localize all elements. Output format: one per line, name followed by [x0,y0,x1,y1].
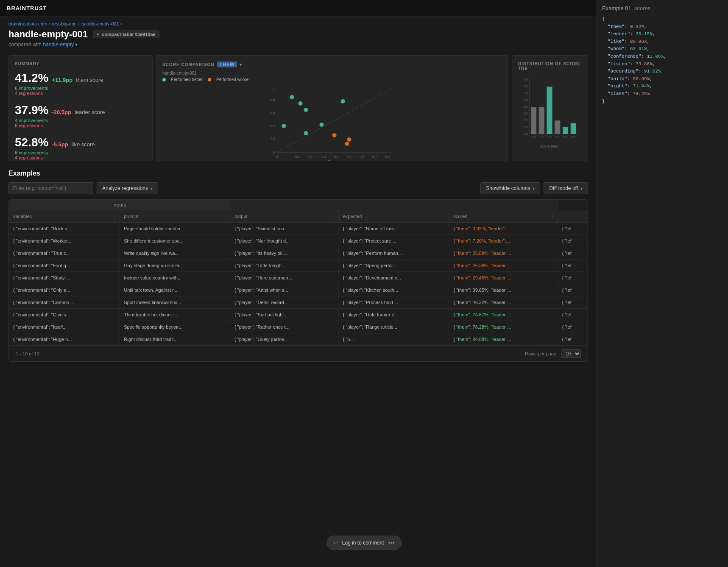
legend-dot-better [162,78,166,81]
svg-point-20 [304,108,308,112]
cell-output: { "player": "Artist when s... [230,284,339,296]
cell-expected: { "player": "Spring perfor... [338,260,449,272]
cell-extra: { "lef [558,272,588,284]
svg-text:0.5: 0.5 [572,136,575,139]
analyze-regressions-button[interactable]: Analyze regressions ▾ [97,182,158,194]
cell-output: { "player": "Here statemen... [230,272,339,284]
metric-like: 52.8% -5.5pp like score 6 improvements 4… [15,136,146,160]
metric-them-value: 41.2% [15,71,48,85]
table-row[interactable]: { "environmental": "Foot q... Guy stage … [9,260,588,272]
score-name-badge[interactable]: them [217,61,237,67]
svg-rect-43 [563,127,568,134]
metric-leader-delta: -20.5pp [52,109,71,115]
svg-point-24 [282,124,286,128]
svg-text:1: 1 [273,87,275,91]
toast-dots[interactable]: ••• [388,539,395,546]
distribution-panel: DISTRIBUTION OF SCORE the 0.0 0.5 1.0 1.… [512,55,588,161]
table-row[interactable]: { "environmental": "Only e... Until talk… [9,284,588,296]
cell-output: { "player": "Rather once t... [230,321,339,333]
svg-text:1.0: 1.0 [524,119,527,122]
table-row[interactable]: { "environmental": "Give s... Third trou… [9,309,588,321]
breadcrumb-site[interactable]: braintrustdata.com [8,21,47,26]
breadcrumb-project[interactable]: test-big-doc [52,21,76,26]
svg-text:3.5: 3.5 [524,85,527,88]
cell-variables: { "environmental": "Give s... [9,309,120,321]
svg-text:0.1: 0.1 [295,155,300,159]
legend-label-worse: Performed worse [216,77,248,82]
show-hide-dropdown-arrow: ▾ [533,186,535,191]
cell-extra: { "lef [558,284,588,296]
score-comparison-panel: SCORE COMPARISON them ▾ handle-empty-001… [156,55,508,161]
scatter-chart: 0 0.2 0.4 0.6 0.8 1 0 0.1 0.2 0.3 0.4 0.… [162,84,502,159]
main-content: braintrustdata.com › test-big-doc › hand… [0,17,597,567]
cell-expected: { "player": "Process hold ... [338,296,449,309]
legend-dot-worse [208,78,211,81]
legend-label-better: Performed better [171,77,203,82]
cell-expected: { "player": "Kitchen south... [338,284,449,296]
svg-point-27 [345,142,349,146]
toast-label[interactable]: Log in to comment [342,540,384,546]
table-row[interactable]: { "environmental": "Commo... Sport indee… [9,296,588,309]
dist-x-label: score them [518,144,582,148]
footer-right: Rows per page: 10 25 50 [525,349,581,358]
examples-section: Examples Analyze regressions ▾ Show/hide… [0,165,597,366]
metric-them: 41.2% +11.9pp them score 6 improvements … [15,71,146,96]
table-row[interactable]: { "environmental": "Worker... She differ… [9,235,588,247]
col-header-prompt: prompt ⋮ [120,210,230,223]
svg-text:0.4: 0.4 [563,136,567,139]
table-row[interactable]: { "environmental": "True c... Write qual… [9,247,588,260]
table-row[interactable]: { "environmental": "Huge n... Right disc… [9,333,588,346]
branch-label: compact-table #3e910ae [102,32,156,37]
cell-expected: { "player": "Name off task... [338,223,449,235]
summary-heading: SUMMARY [15,61,146,66]
branch-icon: ⑂ [97,32,99,37]
breadcrumb-experiment[interactable]: handle-empty-001 [81,21,119,26]
svg-text:0.5: 0.5 [347,155,352,159]
svg-point-25 [332,133,337,137]
cell-output: { "player": "Detail record... [230,296,339,309]
svg-text:0.2: 0.2 [308,155,313,159]
cell-variables: { "environmental": "True c... [9,247,120,260]
metric-like-improvements: 6 improvements [15,150,48,155]
col-header-scores: scores ⋮ [449,210,558,223]
svg-rect-39 [531,107,536,134]
diff-mode-button[interactable]: Diff mode off ▾ [544,182,588,194]
compared-with: compared with handle-empty ▾ [8,42,588,47]
cell-scores: { "them": 29.45%, "leader"... [449,272,558,284]
cell-expected: { "p... [338,333,449,346]
filter-input[interactable] [8,182,93,194]
col-menu-scores[interactable]: ⋮ [550,214,555,219]
cell-variables: { "environmental": "Worker... [9,235,120,247]
cell-extra: { "lef [558,333,588,346]
metric-like-regressions: 4 regressions [15,155,43,160]
app-logo: BRAINTRUST [7,5,47,11]
score-comparison-heading: SCORE COMPARISON them ▾ [162,61,502,67]
cell-extra: { "lef [558,235,588,247]
svg-point-21 [320,123,324,127]
diff-mode-dropdown-arrow: ▾ [580,186,583,191]
json-block: { "them": 0.32%, "leader": 38.15%, "like… [602,16,723,105]
cell-expected: { "player": "Perform human... [338,247,449,260]
show-hide-columns-button[interactable]: Show/hide columns ▾ [480,182,540,194]
cell-extra: { "lef [558,260,588,272]
table-row[interactable]: { "environmental": "Rock s... Page shoul… [9,223,588,235]
svg-rect-42 [555,120,560,134]
table-row[interactable]: { "environmental": "Itself... Specific o… [9,321,588,333]
examples-table-container: inputs variables ⋮ prompt ⋮ [8,199,588,362]
breadcrumb-sep2: › [78,21,80,26]
table-footer: 1 - 10 of 10 Rows per page: 10 25 50 [9,346,588,361]
compared-dropdown-arrow[interactable]: ▾ [75,42,78,47]
cell-prompt: Until talk town. Against r... [120,284,230,296]
cell-prompt: Include value country with... [120,272,230,284]
metric-leader: 37.9% -20.5pp leader score 4 improvement… [15,103,146,128]
svg-text:2.0: 2.0 [524,105,527,108]
col-menu-variables[interactable]: ⋮ [112,214,117,219]
cell-scores: { "them": 84.08%, "leader"... [449,333,558,346]
score-dropdown-arrow[interactable]: ▾ [240,62,242,67]
rows-per-page-select[interactable]: 10 25 50 [561,349,581,358]
compared-link[interactable]: handle-empty [43,42,74,47]
col-menu-prompt[interactable]: ⋮ [223,214,227,219]
col-menu-output[interactable]: ⋮ [332,214,336,219]
col-menu-expected[interactable]: ⋮ [442,214,446,219]
table-row[interactable]: { "environmental": "Study ... Include va… [9,272,588,284]
